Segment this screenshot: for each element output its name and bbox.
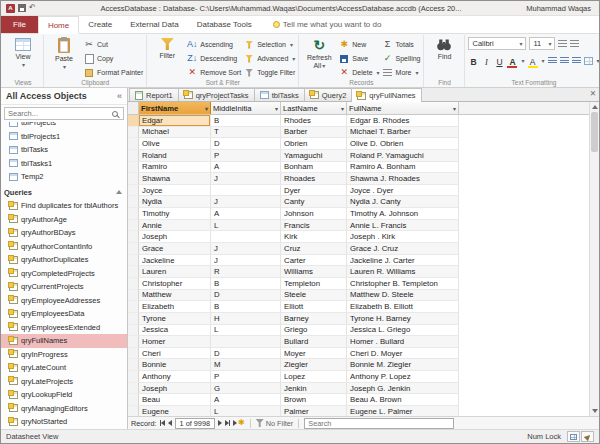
row-selector[interactable] — [128, 336, 139, 348]
new-record-button[interactable]: ✱New — [339, 38, 379, 51]
grid-cell[interactable]: Carter — [281, 255, 347, 267]
no-filter-indicator[interactable]: No Filter — [256, 419, 294, 428]
grid-cell[interactable]: Grace — [139, 243, 211, 255]
grid-cell[interactable]: Barber — [281, 127, 347, 139]
grid-cell[interactable]: D — [211, 138, 281, 150]
grid-cell[interactable]: Francis — [281, 220, 347, 232]
align-center-icon[interactable] — [560, 57, 569, 65]
row-selector[interactable] — [128, 301, 139, 313]
grid-cell[interactable]: Rhoades — [281, 173, 347, 185]
grid-cell[interactable] — [211, 231, 281, 243]
nav-pane-header[interactable]: All Access Objects « — [1, 88, 127, 105]
row-selector[interactable] — [128, 185, 139, 197]
refresh-all-button[interactable]: ↻ RefreshAll — [302, 36, 336, 71]
sidebar-item-qrylateprojects[interactable]: qryLateProjects — [1, 375, 127, 389]
grid-cell[interactable]: Barney — [281, 313, 347, 325]
account-user-name[interactable]: Muhammad Waqas — [526, 4, 594, 13]
sidebar-item-qryauthorage[interactable]: qryAuthorAge — [1, 213, 127, 227]
ribbon-tab-home[interactable]: Home — [38, 16, 79, 34]
selection-button[interactable]: Selection — [244, 38, 295, 51]
row-selector[interactable] — [128, 243, 139, 255]
row-selector[interactable] — [128, 325, 139, 337]
row-selector[interactable] — [128, 150, 139, 162]
find-button[interactable]: Find — [427, 36, 461, 61]
grid-cell[interactable]: Lopez — [281, 371, 347, 383]
scrollbar-track[interactable] — [590, 112, 599, 406]
grid-cell[interactable]: Michael T. Barber — [347, 127, 459, 139]
grid-cell[interactable]: Bonham — [281, 162, 347, 174]
new-blank-record-button[interactable]: ✱ — [233, 419, 245, 427]
ascending-button[interactable]: A↓Ascending — [187, 38, 241, 51]
record-search-box[interactable] — [304, 418, 454, 429]
grid-cell[interactable]: L — [211, 406, 281, 416]
row-selector[interactable] — [128, 138, 139, 150]
underline-button[interactable]: U — [494, 55, 504, 67]
design-view-button[interactable] — [581, 431, 594, 442]
grid-cell[interactable]: Lauren — [139, 266, 211, 278]
grid-cell[interactable]: D — [211, 348, 281, 360]
grid-cell[interactable]: Kirk — [281, 231, 347, 243]
row-selector[interactable] — [128, 359, 139, 371]
column-dropdown-icon[interactable] — [204, 104, 208, 113]
collapse-chevron-icon[interactable] — [116, 190, 122, 194]
row-selector[interactable] — [128, 162, 139, 174]
column-dropdown-icon[interactable] — [452, 104, 456, 113]
grid-cell[interactable]: Anthony P. Lopez — [347, 371, 459, 383]
grid-cell[interactable]: Elizabeth — [139, 301, 211, 313]
grid-cell[interactable]: Matthew — [139, 290, 211, 302]
more-button[interactable]: More — [383, 66, 421, 79]
grid-cell[interactable]: Beau — [139, 394, 211, 406]
close-document-icon[interactable]: ✕ — [590, 90, 596, 98]
scroll-down-icon[interactable] — [590, 406, 599, 416]
grid-cell[interactable]: Olive — [139, 138, 211, 150]
filter-button[interactable]: Filter — [150, 36, 184, 60]
grid-cell[interactable]: Jackeline J. Carter — [347, 255, 459, 267]
descending-button[interactable]: Z↓Descending — [187, 52, 241, 65]
remove-sort-button[interactable]: ✕Remove Sort — [187, 66, 241, 79]
row-selector[interactable] — [128, 208, 139, 220]
document-tab-qryfullnames[interactable]: qryFullNames — [351, 88, 421, 102]
gridlines-icon[interactable] — [584, 57, 593, 65]
grid-cell[interactable]: Nydia — [139, 196, 211, 208]
sidebar-item-qryemployeesdata[interactable]: qryEmployeesData — [1, 307, 127, 321]
grid-cell[interactable]: Joyce — [139, 185, 211, 197]
grid-cell[interactable]: Joseph . Kirk — [347, 231, 459, 243]
sidebar-item-find-duplicates-for-tblauthors[interactable]: Find duplicates for tblAuthors — [1, 199, 127, 213]
grid-cell[interactable]: Elliott — [281, 301, 347, 313]
toggle-filter-button[interactable]: Toggle Filter — [244, 66, 295, 79]
row-selector[interactable] — [128, 394, 139, 406]
grid-cell[interactable]: A — [211, 162, 281, 174]
ribbon-tab-file[interactable]: File — [1, 16, 38, 33]
grid-cell[interactable]: H — [211, 313, 281, 325]
sidebar-item-tbltasks1[interactable]: tblTasks1 — [1, 157, 127, 171]
quick-save-icon[interactable] — [18, 4, 26, 12]
ribbon-tab-external-data[interactable]: External Data — [121, 16, 187, 33]
font-name-select[interactable]: Calibri — [468, 37, 526, 50]
sidebar-item-tblprojects1[interactable]: tblProjects1 — [1, 130, 127, 144]
font-color-button[interactable]: A — [507, 55, 517, 67]
grid-cell[interactable]: A — [211, 208, 281, 220]
sidebar-item-temp2[interactable]: Temp2 — [1, 170, 127, 184]
search-input[interactable] — [8, 109, 110, 118]
nav-search-box[interactable] — [4, 107, 124, 120]
grid-cell[interactable]: L — [211, 220, 281, 232]
row-selector[interactable] — [128, 290, 139, 302]
scrollbar-thumb[interactable] — [591, 112, 598, 152]
grid-cell[interactable]: Jackeline — [139, 255, 211, 267]
grid-cell[interactable]: Bonnie M. Ziegler — [347, 359, 459, 371]
grid-cell[interactable]: Joseph — [139, 231, 211, 243]
column-header-fullname[interactable]: FullName — [347, 102, 459, 114]
highlight-color-button[interactable]: A — [528, 55, 538, 67]
row-selector[interactable] — [128, 406, 139, 416]
document-tab-report1[interactable]: Report1 — [129, 88, 179, 101]
first-record-button[interactable] — [160, 420, 165, 426]
grid-cell[interactable]: Eugene — [139, 406, 211, 416]
datasheet-view-button[interactable] — [567, 431, 580, 442]
grid-cell[interactable]: Ramiro — [139, 162, 211, 174]
advanced-button[interactable]: Advanced — [244, 52, 295, 65]
ribbon-tab-database-tools[interactable]: Database Tools — [188, 16, 261, 33]
grid-cell[interactable]: A — [211, 394, 281, 406]
scroll-up-icon[interactable] — [590, 102, 599, 112]
tell-me-box[interactable]: Tell me what you want to do — [273, 16, 382, 33]
grid-cell[interactable]: D — [211, 290, 281, 302]
